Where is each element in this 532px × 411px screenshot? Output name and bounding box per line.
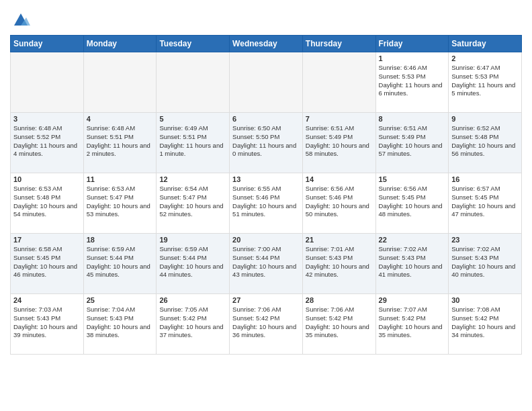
- day-info: Sunrise: 6:54 AMSunset: 5:47 PMDaylight:…: [159, 185, 226, 219]
- calendar-cell: 26Sunrise: 7:05 AMSunset: 5:42 PMDayligh…: [157, 294, 230, 355]
- week-row-4: 17Sunrise: 6:58 AMSunset: 5:45 PMDayligh…: [11, 234, 522, 294]
- day-info: Sunrise: 6:50 AMSunset: 5:50 PMDaylight:…: [232, 124, 300, 158]
- calendar-cell: 15Sunrise: 6:56 AMSunset: 5:45 PMDayligh…: [375, 173, 449, 234]
- calendar-cell: 25Sunrise: 7:04 AMSunset: 5:43 PMDayligh…: [83, 294, 157, 355]
- logo-icon: [11, 11, 30, 30]
- week-row-2: 3Sunrise: 6:48 AMSunset: 5:52 PMDaylight…: [11, 113, 522, 173]
- day-info: Sunrise: 6:53 AMSunset: 5:47 PMDaylight:…: [87, 185, 154, 219]
- calendar-cell: 17Sunrise: 6:58 AMSunset: 5:45 PMDayligh…: [11, 234, 84, 294]
- calendar-cell: 11Sunrise: 6:53 AMSunset: 5:47 PMDayligh…: [83, 173, 157, 234]
- day-number: 22: [379, 236, 446, 244]
- day-info: Sunrise: 6:53 AMSunset: 5:48 PMDaylight:…: [13, 185, 81, 219]
- calendar-cell: 16Sunrise: 6:57 AMSunset: 5:45 PMDayligh…: [449, 173, 522, 234]
- week-row-5: 24Sunrise: 7:03 AMSunset: 5:43 PMDayligh…: [11, 294, 522, 355]
- day-info: Sunrise: 6:57 AMSunset: 5:45 PMDaylight:…: [451, 185, 519, 219]
- weekday-header-monday: Monday: [83, 36, 157, 52]
- day-number: 14: [306, 175, 373, 183]
- day-number: 10: [13, 175, 81, 183]
- day-info: Sunrise: 6:51 AMSunset: 5:49 PMDaylight:…: [379, 124, 446, 158]
- day-info: Sunrise: 7:02 AMSunset: 5:43 PMDaylight:…: [451, 245, 519, 279]
- day-info: Sunrise: 6:48 AMSunset: 5:51 PMDaylight:…: [87, 124, 154, 158]
- calendar-cell: [83, 52, 157, 113]
- calendar-cell: [302, 52, 375, 113]
- week-row-1: 1Sunrise: 6:46 AMSunset: 5:53 PMDaylight…: [11, 52, 522, 113]
- day-info: Sunrise: 6:48 AMSunset: 5:52 PMDaylight:…: [13, 124, 81, 158]
- calendar-cell: 6Sunrise: 6:50 AMSunset: 5:50 PMDaylight…: [230, 113, 303, 173]
- calendar-cell: 7Sunrise: 6:51 AMSunset: 5:49 PMDaylight…: [302, 113, 375, 173]
- calendar-cell: 24Sunrise: 7:03 AMSunset: 5:43 PMDayligh…: [11, 294, 84, 355]
- calendar-cell: 19Sunrise: 6:59 AMSunset: 5:44 PMDayligh…: [157, 234, 230, 294]
- calendar-cell: 5Sunrise: 6:49 AMSunset: 5:51 PMDaylight…: [157, 113, 230, 173]
- logo: [10, 11, 30, 30]
- day-number: 18: [87, 236, 154, 244]
- calendar-cell: 10Sunrise: 6:53 AMSunset: 5:48 PMDayligh…: [11, 173, 84, 234]
- day-info: Sunrise: 7:00 AMSunset: 5:44 PMDaylight:…: [232, 245, 300, 279]
- calendar-cell: 1Sunrise: 6:46 AMSunset: 5:53 PMDaylight…: [375, 52, 449, 113]
- day-number: 20: [232, 236, 300, 244]
- day-number: 25: [87, 296, 154, 304]
- day-number: 28: [306, 296, 373, 304]
- day-info: Sunrise: 6:56 AMSunset: 5:45 PMDaylight:…: [379, 185, 446, 219]
- weekday-header-friday: Friday: [375, 36, 449, 52]
- day-number: 3: [13, 115, 81, 123]
- day-number: 12: [159, 175, 226, 183]
- day-number: 13: [232, 175, 300, 183]
- day-info: Sunrise: 6:52 AMSunset: 5:48 PMDaylight:…: [451, 124, 519, 158]
- weekday-header-row: SundayMondayTuesdayWednesdayThursdayFrid…: [11, 36, 522, 52]
- day-info: Sunrise: 6:56 AMSunset: 5:46 PMDaylight:…: [306, 185, 373, 219]
- calendar-cell: 14Sunrise: 6:56 AMSunset: 5:46 PMDayligh…: [302, 173, 375, 234]
- day-info: Sunrise: 7:04 AMSunset: 5:43 PMDaylight:…: [87, 306, 154, 340]
- day-info: Sunrise: 7:06 AMSunset: 5:42 PMDaylight:…: [232, 306, 300, 340]
- day-info: Sunrise: 6:49 AMSunset: 5:51 PMDaylight:…: [159, 124, 226, 158]
- day-number: 29: [379, 296, 446, 304]
- weekday-header-saturday: Saturday: [449, 36, 522, 52]
- day-info: Sunrise: 7:07 AMSunset: 5:42 PMDaylight:…: [379, 306, 446, 340]
- day-number: 1: [379, 54, 446, 62]
- calendar-cell: 18Sunrise: 6:59 AMSunset: 5:44 PMDayligh…: [83, 234, 157, 294]
- day-info: Sunrise: 7:08 AMSunset: 5:42 PMDaylight:…: [451, 306, 519, 340]
- day-number: 2: [451, 54, 519, 62]
- calendar-cell: 29Sunrise: 7:07 AMSunset: 5:42 PMDayligh…: [375, 294, 449, 355]
- calendar-cell: 23Sunrise: 7:02 AMSunset: 5:43 PMDayligh…: [449, 234, 522, 294]
- day-number: 9: [451, 115, 519, 123]
- calendar-cell: 20Sunrise: 7:00 AMSunset: 5:44 PMDayligh…: [230, 234, 303, 294]
- day-number: 4: [87, 115, 154, 123]
- day-info: Sunrise: 7:01 AMSunset: 5:43 PMDaylight:…: [306, 245, 373, 279]
- calendar-table: SundayMondayTuesdayWednesdayThursdayFrid…: [10, 35, 522, 355]
- day-number: 5: [159, 115, 226, 123]
- calendar-cell: 2Sunrise: 6:47 AMSunset: 5:53 PMDaylight…: [449, 52, 522, 113]
- calendar-cell: [11, 52, 84, 113]
- day-info: Sunrise: 6:47 AMSunset: 5:53 PMDaylight:…: [451, 64, 519, 98]
- calendar-cell: 27Sunrise: 7:06 AMSunset: 5:42 PMDayligh…: [230, 294, 303, 355]
- calendar-cell: 13Sunrise: 6:55 AMSunset: 5:46 PMDayligh…: [230, 173, 303, 234]
- day-number: 27: [232, 296, 300, 304]
- day-info: Sunrise: 6:59 AMSunset: 5:44 PMDaylight:…: [159, 245, 226, 279]
- day-info: Sunrise: 7:06 AMSunset: 5:42 PMDaylight:…: [306, 306, 373, 340]
- day-info: Sunrise: 6:55 AMSunset: 5:46 PMDaylight:…: [232, 185, 300, 219]
- day-number: 23: [451, 236, 519, 244]
- day-number: 11: [87, 175, 154, 183]
- day-number: 19: [159, 236, 226, 244]
- day-number: 30: [451, 296, 519, 304]
- day-info: Sunrise: 7:03 AMSunset: 5:43 PMDaylight:…: [13, 306, 81, 340]
- day-info: Sunrise: 7:05 AMSunset: 5:42 PMDaylight:…: [159, 306, 226, 340]
- weekday-header-sunday: Sunday: [11, 36, 84, 52]
- day-number: 8: [379, 115, 446, 123]
- day-number: 24: [13, 296, 81, 304]
- calendar-cell: 12Sunrise: 6:54 AMSunset: 5:47 PMDayligh…: [157, 173, 230, 234]
- calendar-cell: 9Sunrise: 6:52 AMSunset: 5:48 PMDaylight…: [449, 113, 522, 173]
- day-number: 17: [13, 236, 81, 244]
- day-number: 26: [159, 296, 226, 304]
- weekday-header-wednesday: Wednesday: [230, 36, 303, 52]
- calendar-cell: 21Sunrise: 7:01 AMSunset: 5:43 PMDayligh…: [302, 234, 375, 294]
- day-info: Sunrise: 7:02 AMSunset: 5:43 PMDaylight:…: [379, 245, 446, 279]
- calendar-cell: [230, 52, 303, 113]
- calendar-cell: 3Sunrise: 6:48 AMSunset: 5:52 PMDaylight…: [11, 113, 84, 173]
- day-number: 15: [379, 175, 446, 183]
- day-number: 7: [306, 115, 373, 123]
- page-container: SundayMondayTuesdayWednesdayThursdayFrid…: [0, 0, 532, 361]
- day-info: Sunrise: 6:59 AMSunset: 5:44 PMDaylight:…: [87, 245, 154, 279]
- day-number: 6: [232, 115, 300, 123]
- day-number: 21: [306, 236, 373, 244]
- calendar-cell: 28Sunrise: 7:06 AMSunset: 5:42 PMDayligh…: [302, 294, 375, 355]
